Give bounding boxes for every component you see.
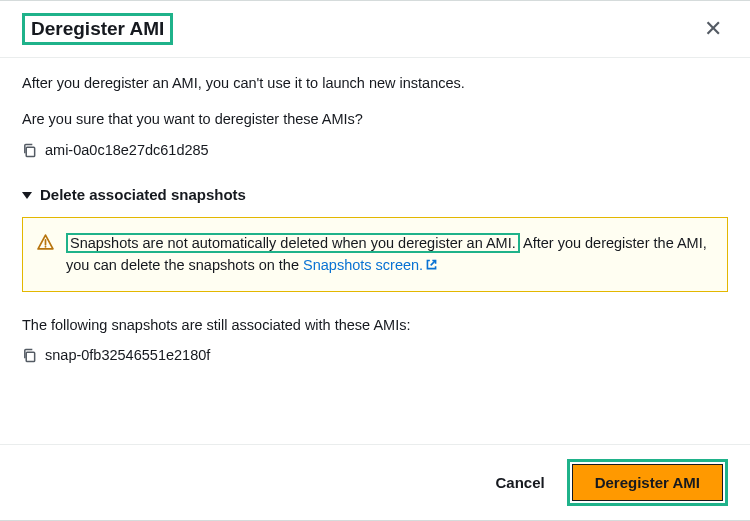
- copy-icon[interactable]: [22, 143, 37, 158]
- ami-id-value: ami-0a0c18e27dc61d285: [45, 139, 209, 161]
- alert-text: Snapshots are not automatically deleted …: [66, 232, 713, 277]
- snapshot-warning-alert: Snapshots are not automatically deleted …: [22, 217, 728, 292]
- ami-id-row: ami-0a0c18e27dc61d285: [22, 139, 728, 161]
- deregister-ami-button[interactable]: Deregister AMI: [572, 464, 723, 501]
- svg-rect-3: [26, 352, 34, 361]
- modal-footer: Cancel Deregister AMI: [0, 444, 750, 520]
- close-button[interactable]: ✕: [698, 14, 728, 44]
- warning-icon: [37, 234, 54, 251]
- external-link-icon: [425, 258, 438, 271]
- alert-highlighted: Snapshots are not automatically deleted …: [66, 233, 520, 253]
- snapshots-screen-link[interactable]: Snapshots screen.: [303, 257, 438, 273]
- snapshots-link-text: Snapshots screen.: [303, 257, 423, 273]
- modal-header: Deregister AMI ✕: [0, 1, 750, 58]
- cancel-button[interactable]: Cancel: [489, 466, 550, 499]
- intro-text: After you deregister an AMI, you can't u…: [22, 72, 728, 94]
- svg-rect-0: [26, 147, 34, 156]
- associated-snapshots-label: The following snapshots are still associ…: [22, 314, 728, 336]
- close-icon: ✕: [704, 16, 722, 41]
- primary-highlight: Deregister AMI: [567, 459, 728, 506]
- snapshot-id-row: snap-0fb32546551e2180f: [22, 344, 728, 366]
- copy-icon[interactable]: [22, 348, 37, 363]
- modal-body: After you deregister an AMI, you can't u…: [0, 58, 750, 444]
- snapshots-expander[interactable]: Delete associated snapshots: [22, 183, 728, 206]
- caret-down-icon: [22, 192, 32, 199]
- expander-label: Delete associated snapshots: [40, 183, 246, 206]
- modal-title: Deregister AMI: [22, 13, 173, 45]
- svg-point-2: [45, 245, 47, 247]
- snapshot-id-value: snap-0fb32546551e2180f: [45, 344, 210, 366]
- deregister-ami-modal: Deregister AMI ✕ After you deregister an…: [0, 0, 750, 521]
- confirm-question: Are you sure that you want to deregister…: [22, 108, 728, 130]
